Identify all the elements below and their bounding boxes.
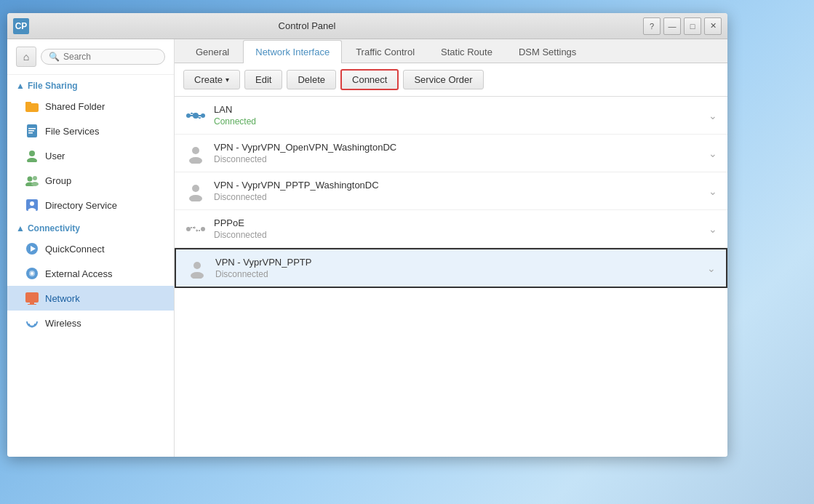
- quickconnect-icon: [25, 241, 39, 256]
- user-icon: [25, 148, 39, 163]
- external-access-icon: [25, 266, 39, 281]
- svg-point-32: [201, 227, 205, 231]
- network-label: Network: [45, 293, 80, 304]
- minimize-button[interactable]: —: [663, 17, 681, 35]
- external-access-label: External Access: [45, 268, 113, 279]
- desktop: CP Control Panel ? — □ ✕ ⌂ 🔍: [0, 0, 814, 504]
- create-button[interactable]: Create: [183, 70, 240, 89]
- network-list: LAN Connected ⌄: [175, 97, 727, 457]
- maximize-button[interactable]: □: [684, 17, 701, 35]
- vpn-openvpn-status: Disconnected: [214, 154, 709, 164]
- svg-point-6: [29, 151, 35, 156]
- vpn-openvpn-info: VPN - VyprVPN_OpenVPN_WashingtonDC Disco…: [214, 142, 709, 164]
- sidebar-item-network[interactable]: Network: [7, 286, 174, 311]
- network-item-pppoe[interactable]: PPPoE Disconnected ⌄: [175, 210, 727, 248]
- title-bar: CP Control Panel ? — □ ✕: [7, 13, 727, 39]
- svg-rect-5: [28, 132, 33, 134]
- lan-chevron[interactable]: ⌄: [709, 110, 717, 121]
- vpn-pptp-chevron[interactable]: ⌄: [707, 263, 716, 274]
- home-button[interactable]: ⌂: [16, 47, 36, 67]
- svg-point-31: [186, 227, 191, 231]
- svg-point-8: [28, 177, 33, 182]
- service-order-button[interactable]: Service Order: [403, 70, 483, 89]
- directory-service-label: Directory Service: [45, 200, 117, 211]
- sidebar-item-directory-service[interactable]: Directory Service: [7, 193, 174, 217]
- svg-rect-22: [28, 304, 36, 305]
- search-input[interactable]: [63, 52, 157, 62]
- svg-marker-33: [194, 226, 196, 229]
- close-button[interactable]: ✕: [704, 17, 722, 35]
- svg-rect-3: [28, 128, 36, 129]
- search-icon: 🔍: [49, 52, 60, 62]
- vpn-pptp-washington-name: VPN - VyprVPN_PPTP_WashingtonDC: [214, 180, 709, 191]
- svg-point-29: [192, 185, 199, 192]
- window-controls: ? — □ ✕: [643, 17, 722, 35]
- vpn-pptp-washington-icon: [185, 180, 207, 202]
- sidebar-item-wireless[interactable]: Wireless: [7, 311, 174, 335]
- sidebar-item-external-access[interactable]: External Access: [7, 261, 174, 286]
- file-services-icon: [25, 124, 39, 138]
- help-button[interactable]: ?: [643, 17, 661, 35]
- section-connectivity-label: Connectivity: [28, 223, 80, 233]
- sidebar-item-group[interactable]: Group: [7, 168, 174, 193]
- vpn-pptp-washington-status: Disconnected: [214, 192, 709, 202]
- network-item-vpn-pptp-washington[interactable]: VPN - VyprVPN_PPTP_WashingtonDC Disconne…: [175, 172, 727, 210]
- network-item-vpn-openvpn[interactable]: VPN - VyprVPN_OpenVPN_WashingtonDC Disco…: [175, 135, 727, 172]
- tab-network-interface[interactable]: Network Interface: [243, 40, 342, 63]
- edit-button[interactable]: Edit: [244, 70, 282, 89]
- user-label: User: [45, 151, 65, 161]
- vpn-openvpn-name: VPN - VyprVPN_OpenVPN_WashingtonDC: [214, 142, 709, 153]
- svg-point-10: [33, 176, 37, 180]
- section-file-sharing-label: File Sharing: [28, 81, 78, 91]
- quickconnect-label: QuickConnect: [45, 244, 105, 255]
- svg-point-19: [31, 272, 33, 275]
- vpn-pptp-icon: [186, 257, 208, 279]
- vpn-pptp-info: VPN - VyprVPN_PPTP Disconnected: [215, 257, 707, 279]
- vpn-pptp-washington-info: VPN - VyprVPN_PPTP_WashingtonDC Disconne…: [214, 180, 709, 202]
- lan-info: LAN Connected: [214, 104, 709, 127]
- sidebar-item-quickconnect[interactable]: QuickConnect: [7, 236, 174, 261]
- sidebar: ⌂ 🔍 ▲ File Sharing Shared Folder: [7, 39, 175, 457]
- section-connectivity[interactable]: ▲ Connectivity: [7, 217, 174, 236]
- connect-button[interactable]: Connect: [340, 69, 399, 90]
- svg-marker-34: [196, 229, 197, 232]
- network-item-vpn-pptp[interactable]: VPN - VyprVPN_PPTP Disconnected ⌄: [175, 248, 727, 288]
- vpn-openvpn-chevron[interactable]: ⌄: [709, 148, 717, 159]
- svg-point-28: [189, 157, 202, 164]
- wireless-label: Wireless: [45, 318, 81, 329]
- svg-rect-4: [28, 130, 34, 132]
- network-icon: [25, 291, 39, 305]
- pppoe-chevron[interactable]: ⌄: [709, 223, 717, 235]
- main-panel: General Network Interface Traffic Contro…: [175, 39, 727, 457]
- pppoe-name: PPPoE: [214, 217, 709, 228]
- tab-traffic-control[interactable]: Traffic Control: [343, 40, 427, 63]
- tab-general[interactable]: General: [183, 40, 242, 63]
- section-collapse-icon: ▲: [16, 81, 25, 91]
- tab-static-route[interactable]: Static Route: [428, 40, 505, 63]
- sidebar-item-shared-folder[interactable]: Shared Folder: [7, 94, 174, 119]
- sidebar-header: ⌂ 🔍: [7, 39, 174, 75]
- sidebar-item-user[interactable]: User: [7, 143, 174, 168]
- svg-rect-21: [30, 303, 34, 304]
- directory-service-icon: [25, 198, 39, 212]
- sidebar-item-file-services[interactable]: File Services: [7, 119, 174, 143]
- shared-folder-label: Shared Folder: [45, 101, 105, 112]
- vpn-pptp-washington-chevron[interactable]: ⌄: [709, 185, 717, 197]
- svg-point-11: [31, 182, 39, 186]
- svg-point-25: [186, 113, 191, 118]
- group-icon: [25, 173, 39, 188]
- vpn-pptp-status: Disconnected: [215, 269, 707, 279]
- connectivity-collapse-icon: ▲: [16, 223, 25, 233]
- network-item-lan[interactable]: LAN Connected ⌄: [175, 97, 727, 135]
- delete-button[interactable]: Delete: [287, 70, 336, 89]
- svg-rect-1: [25, 102, 31, 105]
- svg-point-26: [201, 113, 205, 118]
- toolbar: Create Edit Delete Connect Service Order: [175, 63, 727, 97]
- pppoe-status: Disconnected: [214, 230, 709, 240]
- section-file-sharing[interactable]: ▲ File Sharing: [7, 75, 174, 94]
- tab-dsm-settings[interactable]: DSM Settings: [506, 40, 588, 63]
- svg-point-24: [193, 113, 199, 119]
- svg-point-13: [30, 201, 34, 206]
- lan-icon: [185, 105, 207, 127]
- wireless-icon: [25, 316, 39, 330]
